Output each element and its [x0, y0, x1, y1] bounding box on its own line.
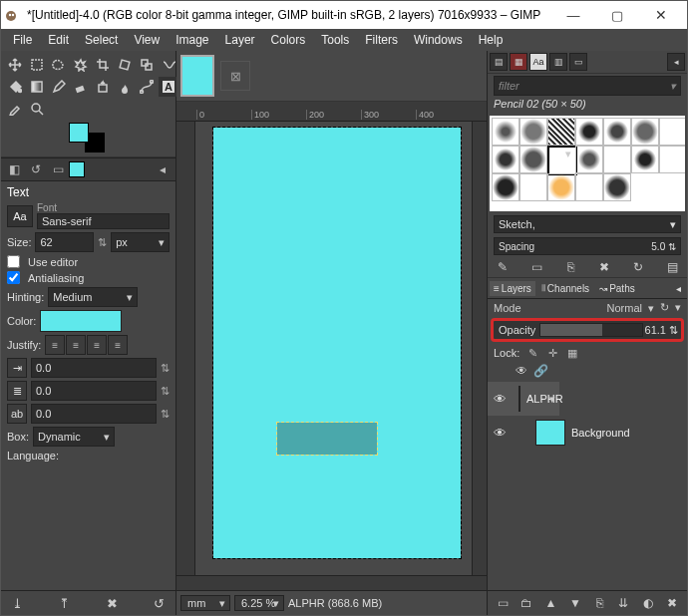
justify-center-icon[interactable]: ≡: [87, 335, 107, 355]
move-tool-icon[interactable]: [5, 55, 25, 75]
justify-fill-icon[interactable]: ≡: [108, 335, 128, 355]
tab-document-icon[interactable]: ▭: [569, 53, 587, 71]
justify-left-icon[interactable]: ≡: [45, 335, 65, 355]
minimize-button[interactable]: —: [551, 1, 595, 29]
tab-undo-history-icon[interactable]: ▭: [47, 160, 69, 178]
font-size-input[interactable]: 62: [35, 232, 94, 252]
crop-tool-icon[interactable]: [93, 55, 113, 75]
mode-dropdown-icon[interactable]: ▾: [675, 301, 681, 314]
brush-open-icon[interactable]: ▤: [663, 259, 681, 275]
eye-icon[interactable]: 👁: [494, 426, 510, 441]
delete-layer-icon[interactable]: ✖: [663, 596, 681, 610]
warp-tool-icon[interactable]: [159, 55, 178, 75]
tab-layers[interactable]: ≡ Layers: [490, 281, 535, 296]
font-family-input[interactable]: Sans-serif: [37, 213, 170, 229]
duplicate-layer-icon[interactable]: ⎘: [590, 596, 608, 610]
tab-fonts-icon[interactable]: Aa: [529, 53, 547, 71]
menu-view[interactable]: View: [126, 31, 168, 49]
brush-new-icon[interactable]: ▭: [527, 259, 545, 275]
vertical-scrollbar[interactable]: [472, 122, 487, 575]
brush-selected[interactable]: [547, 146, 577, 175]
lock-pixels-icon[interactable]: ✎: [525, 346, 539, 360]
layer-item[interactable]: 👁 Background: [488, 416, 687, 450]
new-layer-icon[interactable]: ▭: [494, 596, 512, 610]
indent-input-2[interactable]: 0.0: [31, 381, 157, 401]
box-mode-select[interactable]: Dynamic: [33, 427, 115, 447]
opacity-slider[interactable]: Opacity 61.1 ⇅: [491, 318, 684, 342]
eye-icon[interactable]: 👁: [494, 392, 507, 407]
font-selector-icon[interactable]: Aa: [7, 205, 33, 227]
tab-patterns-icon[interactable]: ▦: [510, 53, 527, 71]
lock-position-icon[interactable]: ✛: [545, 346, 559, 360]
color-picker-tool-icon[interactable]: [5, 99, 25, 119]
text-color-well[interactable]: [40, 310, 122, 332]
menu-layer[interactable]: Layer: [217, 31, 263, 49]
layer-name[interactable]: ALPHR: [526, 393, 563, 405]
maximize-button[interactable]: ▢: [595, 1, 639, 29]
brush-preset-select[interactable]: Sketch,▾: [494, 215, 681, 233]
menu-filters[interactable]: Filters: [357, 31, 406, 49]
brush-grid[interactable]: [490, 116, 685, 211]
close-button[interactable]: ✕: [639, 1, 683, 29]
smudge-tool-icon[interactable]: [115, 77, 135, 97]
close-image-tab-icon[interactable]: ⊠: [220, 61, 250, 91]
restore-preset-icon[interactable]: ⤒: [55, 596, 75, 611]
tab-device-status-icon[interactable]: ↺: [25, 160, 47, 178]
menu-help[interactable]: Help: [471, 31, 512, 49]
tab-menu-right-icon[interactable]: ◂: [667, 53, 685, 71]
indent-input-1[interactable]: 0.0: [31, 358, 157, 378]
lock-alpha-icon[interactable]: ▦: [565, 346, 579, 360]
canvas[interactable]: [213, 128, 461, 558]
new-group-icon[interactable]: 🗀: [517, 596, 535, 610]
menu-colors[interactable]: Colors: [263, 31, 314, 49]
fuzzy-select-tool-icon[interactable]: [71, 55, 91, 75]
eraser-tool-icon[interactable]: [71, 77, 91, 97]
use-editor-checkbox[interactable]: [7, 255, 20, 268]
font-size-unit-select[interactable]: px: [111, 232, 170, 252]
bucket-fill-tool-icon[interactable]: [5, 77, 25, 97]
text-tool-icon[interactable]: A: [159, 77, 178, 97]
brush-duplicate-icon[interactable]: ⎘: [561, 259, 579, 275]
raise-layer-icon[interactable]: ▲: [542, 596, 560, 610]
pencil-tool-icon[interactable]: [49, 77, 69, 97]
selection-rectangle[interactable]: [277, 423, 377, 455]
reset-preset-icon[interactable]: ↺: [150, 596, 170, 611]
zoom-select[interactable]: 6.25 %: [234, 595, 284, 611]
tab-paths[interactable]: ↝ Paths: [595, 281, 639, 296]
tab-history-icon[interactable]: ▥: [549, 53, 567, 71]
brush-spacing-slider[interactable]: Spacing5.0 ⇅: [494, 237, 681, 255]
tab-color-swatch-icon[interactable]: [69, 161, 85, 177]
mask-icon[interactable]: ◐: [639, 596, 657, 610]
scale-tool-icon[interactable]: [137, 55, 157, 75]
menu-file[interactable]: File: [5, 31, 40, 49]
blend-mode-select[interactable]: Normal: [527, 302, 654, 314]
save-preset-icon[interactable]: ⤓: [7, 596, 27, 611]
delete-preset-icon[interactable]: ✖: [102, 596, 122, 611]
brush-filter-input[interactable]: filter▾: [494, 76, 681, 96]
menu-tools[interactable]: Tools: [313, 31, 357, 49]
brush-edit-icon[interactable]: ✎: [494, 259, 512, 275]
menu-select[interactable]: Select: [77, 31, 126, 49]
menu-windows[interactable]: Windows: [406, 31, 471, 49]
justify-right-icon[interactable]: ≡: [66, 335, 86, 355]
layer-name[interactable]: Background: [571, 427, 630, 439]
menu-image[interactable]: Image: [168, 31, 216, 49]
mode-reset-icon[interactable]: ↻: [660, 301, 669, 314]
tab-tool-options-icon[interactable]: ◧: [3, 160, 25, 178]
lower-layer-icon[interactable]: ▼: [566, 596, 584, 610]
tab-menu-icon[interactable]: ◂: [152, 160, 173, 178]
tab-channels[interactable]: ⦀ Channels: [537, 280, 593, 296]
canvas-viewport[interactable]: [195, 122, 472, 575]
tab-brushes-icon[interactable]: ▤: [490, 53, 508, 71]
indent-input-3[interactable]: 0.0: [31, 404, 157, 424]
path-tool-icon[interactable]: [137, 77, 157, 97]
horizontal-scrollbar[interactable]: [176, 575, 487, 590]
gradient-tool-icon[interactable]: [27, 77, 47, 97]
antialias-checkbox[interactable]: [7, 271, 20, 284]
brush-refresh-icon[interactable]: ↻: [629, 259, 647, 275]
rotate-tool-icon[interactable]: [115, 55, 135, 75]
hinting-select[interactable]: Medium: [48, 287, 138, 307]
fg-color-swatch[interactable]: [69, 123, 89, 143]
unit-select[interactable]: mm: [180, 595, 230, 611]
image-thumbnail[interactable]: [180, 55, 214, 97]
